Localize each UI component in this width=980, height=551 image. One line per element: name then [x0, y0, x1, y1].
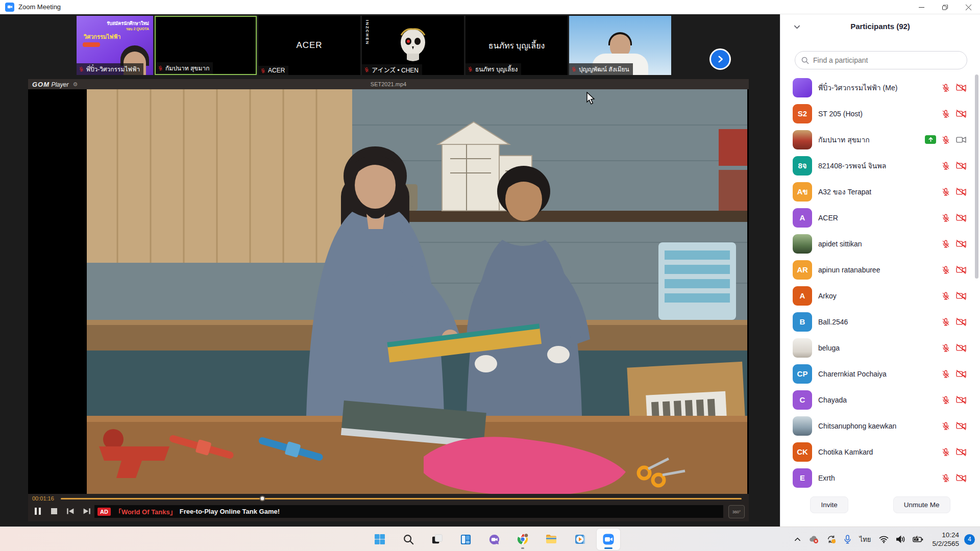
avatar: [793, 78, 812, 97]
participant-row[interactable]: กัมปนาท สุขมาก: [780, 127, 980, 153]
pause-button[interactable]: [31, 505, 44, 517]
seek-bar[interactable]: [61, 498, 742, 499]
previous-button[interactable]: [64, 505, 77, 517]
filmstrip-next-button[interactable]: [709, 48, 731, 70]
participant-row[interactable]: BBall.2546: [780, 309, 980, 335]
video-area[interactable]: [28, 89, 749, 494]
video-off-icon: [955, 473, 967, 483]
mic-off-icon: [941, 395, 950, 405]
filmstrip-tile[interactable]: ACERACER: [258, 16, 360, 75]
minimize-button[interactable]: [910, 0, 933, 14]
tile-name-label: ธนภัทร บุญเลี้ยง: [465, 63, 521, 75]
participant-row[interactable]: beluga: [780, 335, 980, 361]
chat-taskbar-icon[interactable]: [482, 529, 506, 550]
video-off-icon: [955, 109, 967, 118]
avatar: Aข: [793, 182, 812, 202]
search-input[interactable]: [812, 56, 967, 65]
video-on-icon: [955, 135, 967, 144]
mic-off-icon: [941, 421, 950, 431]
pillarbox-right: [747, 89, 749, 494]
participant-search[interactable]: [795, 51, 967, 69]
filmstrip-tile[interactable]: รับสมัครนักศึกษาใหม่ รอบ 2 QUOTA วิศวกรร…: [77, 16, 153, 75]
participant-name: กัมปนาท สุขมาก: [818, 134, 870, 145]
search-taskbar-icon[interactable]: [397, 529, 420, 550]
window-title: Zoom Meeting: [18, 3, 61, 11]
view-360-button[interactable]: 360°: [728, 505, 745, 518]
mediaplayer-taskbar-icon[interactable]: [568, 529, 592, 550]
gom-player-window: GOM Player ⚙ SET2021.mp4: [28, 79, 749, 521]
next-button[interactable]: [80, 505, 93, 517]
ad-banner[interactable]: AD 「World Of Tanks」 Free-to-Play Online …: [94, 505, 723, 518]
close-button[interactable]: [957, 0, 980, 14]
participant-row[interactable]: CKChotika Kamkard: [780, 439, 980, 465]
participant-status-icons: [941, 161, 967, 170]
battery-charging-icon[interactable]: [913, 536, 923, 543]
chrome-taskbar-icon[interactable]: [511, 529, 534, 550]
participant-row[interactable]: AขA32 ของ Terapat: [780, 179, 980, 205]
chevron-down-icon[interactable]: [792, 21, 802, 32]
participant-row[interactable]: ARapinun ratanaburee: [780, 257, 980, 283]
participant-row[interactable]: S2ST 205 (Host): [780, 101, 980, 127]
explorer-taskbar-icon[interactable]: [540, 529, 563, 550]
video-off-icon: [955, 395, 967, 405]
stop-button[interactable]: [47, 505, 61, 517]
clock[interactable]: 10:24 5/2/2565: [932, 531, 959, 548]
wifi-icon[interactable]: [879, 536, 889, 543]
participant-row[interactable]: พี่ปิ๋ว-วิศวกรรมไฟฟ้า (Me): [780, 74, 980, 101]
participants-scrollbar[interactable]: [975, 74, 978, 279]
filmstrip-tile[interactable]: ธนภัทร บุญเลี้ยงธนภัทร บุญเลี้ยง: [465, 16, 568, 75]
participant-row[interactable]: Chitsanuphong kaewkan: [780, 413, 980, 439]
gom-player-titlebar[interactable]: GOM Player ⚙ SET2021.mp4: [28, 79, 749, 89]
participant-status-icons: [941, 213, 967, 222]
mic-off-icon: [941, 109, 950, 118]
participants-panel: Participants (92) พี่ปิ๋ว-วิศวกรรมไฟฟ้า …: [780, 14, 980, 527]
unmute-me-button[interactable]: Unmute Me: [893, 496, 950, 513]
participant-row[interactable]: AACER: [780, 205, 980, 231]
participant-name: apidet sittikan: [818, 240, 862, 248]
participant-status-icons: [941, 317, 967, 327]
participant-row[interactable]: apidet sittikan: [780, 231, 980, 257]
participant-row[interactable]: 8จ821408-วรพจน์ จินพล: [780, 153, 980, 179]
start-taskbar-icon[interactable]: [368, 529, 391, 550]
participant-row[interactable]: EExrth: [780, 465, 980, 491]
player-controls: 00:01:16 AD 「Wor: [28, 494, 749, 521]
filmstrip-tile[interactable]: ปุญญพัฒน์ สังเมียน: [569, 16, 671, 75]
microphone-in-use-icon[interactable]: [844, 535, 851, 544]
participant-row[interactable]: AArkoy: [780, 283, 980, 309]
video-filename: SET2021.mp4: [28, 81, 749, 87]
mic-off-icon: [941, 343, 950, 353]
ad-highlight: 「World Of Tanks」: [115, 507, 177, 516]
tray-chevron-up-icon[interactable]: [794, 536, 801, 543]
filmstrip-tile[interactable]: กัมปนาท สุขมาก: [155, 16, 257, 75]
notification-count-badge[interactable]: 4: [964, 534, 975, 545]
skull-avatar: [395, 25, 431, 66]
participant-status-icons: [925, 135, 967, 144]
participant-status-icons: [941, 109, 967, 118]
participant-name: Chayada: [818, 396, 847, 404]
clock-date: 5/2/2565: [932, 539, 959, 548]
video-off-icon: [955, 83, 967, 92]
sync-pending-icon[interactable]: [826, 535, 837, 544]
participant-name: 821408-วรพจน์ จินพล: [818, 160, 886, 171]
speaker-icon[interactable]: [896, 535, 905, 543]
onedrive-error-icon[interactable]: [808, 535, 819, 544]
participant-row[interactable]: CChayada: [780, 387, 980, 413]
ad-text: Free-to-Play Online Tank Game!: [180, 508, 280, 515]
participant-name: พี่ปิ๋ว-วิศวกรรมไฟฟ้า (Me): [818, 82, 897, 93]
video-off-icon: [955, 317, 967, 327]
participant-status-icons: [941, 291, 967, 300]
widgets-taskbar-icon[interactable]: [454, 529, 477, 550]
taskview-taskbar-icon[interactable]: [425, 529, 449, 550]
invite-button[interactable]: Invite: [810, 496, 848, 513]
language-indicator[interactable]: ไทย: [860, 534, 871, 545]
zoom-taskbar-icon[interactable]: [597, 529, 620, 550]
restore-button[interactable]: [933, 0, 957, 14]
video-off-icon: [955, 447, 967, 457]
ad-badge: AD: [97, 508, 111, 516]
filmstrip-tile[interactable]: INZCHEN アインズ • CHEN: [362, 16, 464, 75]
tile-name-label: ปุญญพัฒน์ สังเมียน: [569, 63, 633, 75]
mic-off-icon: [260, 68, 266, 73]
seek-handle[interactable]: [259, 496, 265, 502]
participant-row[interactable]: CPCharernkiat Pochaiya: [780, 361, 980, 387]
avatar: AR: [793, 260, 812, 280]
